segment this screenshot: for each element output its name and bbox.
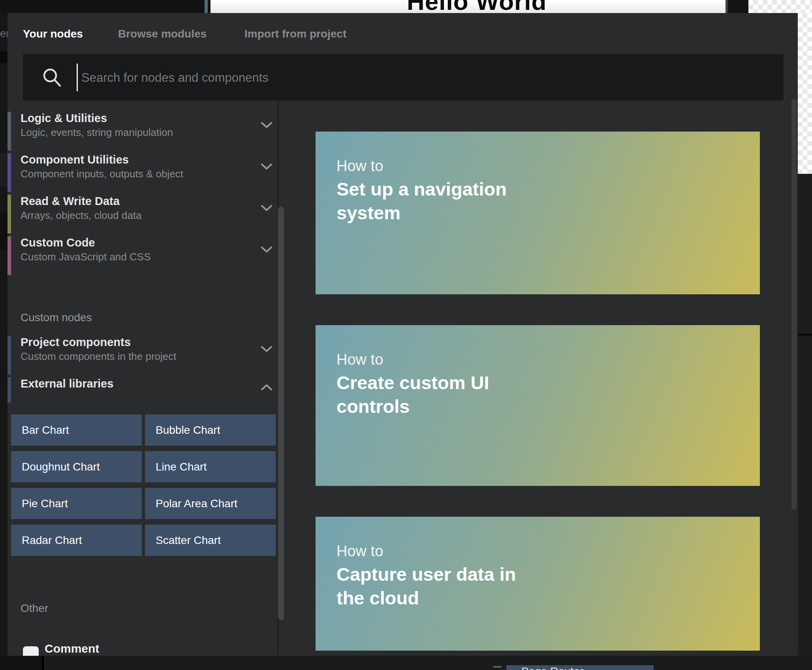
canvas-bottom-area <box>44 656 812 670</box>
chevron-down-icon <box>261 247 272 253</box>
card-title-line: system <box>336 202 400 224</box>
canvas-left-block <box>0 213 8 250</box>
card-title-line: Capture user data in <box>336 563 516 585</box>
card-eyebrow: How to <box>336 543 383 560</box>
search-bar[interactable] <box>23 54 784 100</box>
category-title: External libraries <box>21 377 113 390</box>
canvas-right-area <box>798 174 812 670</box>
text-caret <box>77 64 78 91</box>
canvas-horizontal-line <box>798 334 812 335</box>
category-subtitle: Custom JavaScript and CSS <box>21 251 150 263</box>
library-node-bar-chart[interactable]: Bar Chart <box>11 414 142 446</box>
category-color-strip <box>8 336 11 375</box>
preview-panel: Hello World <box>211 0 726 13</box>
category-subtitle: Arrays, objects, cloud data <box>21 209 141 222</box>
category-title: Project components <box>21 336 131 349</box>
page-router-node[interactable]: Page Router <box>506 665 654 670</box>
node-picker-dialog: Your nodes Browse modules Import from pr… <box>8 13 798 656</box>
comment-bubble-icon <box>23 646 39 656</box>
category-color-strip <box>8 153 11 192</box>
category-title: Read & Write Data <box>21 195 120 208</box>
canvas-top-left <box>0 0 205 13</box>
chevron-up-icon <box>261 384 272 391</box>
library-node-polar-area-chart[interactable]: Polar Area Chart <box>145 488 276 519</box>
library-node-scatter-chart[interactable]: Scatter Chart <box>145 525 276 556</box>
hello-world-heading: Hello World <box>407 0 726 13</box>
library-node-bubble-chart[interactable]: Bubble Chart <box>145 414 276 446</box>
category-row-read-write-data[interactable]: Read & Write Data Arrays, objects, cloud… <box>8 195 276 233</box>
tab-your-nodes[interactable]: Your nodes <box>23 28 83 40</box>
chevron-down-icon <box>261 122 272 128</box>
list-scrollbar-thumb[interactable] <box>278 207 284 620</box>
card-title-line: Set up a navigation <box>336 178 507 200</box>
search-input[interactable] <box>81 54 754 101</box>
canvas-teal-line <box>205 0 208 13</box>
canvas-black-panel <box>728 0 748 13</box>
chevron-down-icon <box>261 205 272 211</box>
comment-title: Comment <box>45 642 99 655</box>
category-color-strip <box>8 377 11 403</box>
clipped-node-label: er <box>0 28 8 40</box>
howto-card-navigation[interactable]: How to Set up a navigation system <box>316 132 760 294</box>
page-router-label: Page Router <box>521 665 583 670</box>
search-icon <box>42 67 62 89</box>
library-node-radar-chart[interactable]: Radar Chart <box>11 525 142 556</box>
node-row-comment[interactable]: Comment Place a comment in the node grap… <box>8 630 276 656</box>
category-subtitle: Component inputs, outputs & object <box>21 168 183 180</box>
category-title: Custom Code <box>21 236 95 249</box>
category-color-strip <box>8 112 11 151</box>
card-title-line: controls <box>336 395 410 417</box>
category-row-project-components[interactable]: Project components Custom components in … <box>8 336 276 375</box>
card-eyebrow: How to <box>336 351 383 368</box>
category-row-logic-utilities[interactable]: Logic & Utilities Logic, events, string … <box>8 112 276 151</box>
card-title-line: Create custom UI <box>336 372 489 393</box>
library-node-pie-chart[interactable]: Pie Chart <box>11 488 142 519</box>
connector-stub <box>493 666 502 668</box>
category-subtitle: Custom components in the project <box>21 350 177 363</box>
howto-card-custom-ui[interactable]: How to Create custom UI controls <box>316 325 760 486</box>
chevron-down-icon <box>261 346 272 352</box>
canvas-left-block <box>0 153 8 187</box>
category-row-external-libraries[interactable]: External libraries <box>8 377 276 403</box>
howto-card-user-data[interactable]: How to Capture user data in the cloud <box>316 517 760 651</box>
category-title: Component Utilities <box>21 153 129 166</box>
dialog-scrollbar-thumb[interactable] <box>791 99 797 510</box>
card-title-line: the cloud <box>336 587 419 609</box>
library-node-line-chart[interactable]: Line Chart <box>145 451 276 482</box>
category-title: Logic & Utilities <box>21 112 107 125</box>
category-subtitle: Logic, events, string manipulation <box>21 126 173 139</box>
chevron-down-icon <box>261 164 272 170</box>
section-header-custom-nodes: Custom nodes <box>21 311 92 324</box>
tab-browse-modules[interactable]: Browse modules <box>118 28 207 40</box>
section-header-other: Other <box>21 602 48 615</box>
library-node-doughnut-chart[interactable]: Doughnut Chart <box>11 451 142 482</box>
category-row-custom-code[interactable]: Custom Code Custom JavaScript and CSS <box>8 236 276 275</box>
category-color-strip <box>8 236 11 275</box>
canvas-bottom-left-block <box>0 656 42 670</box>
canvas-vertical-line <box>42 656 44 670</box>
category-color-strip <box>8 195 11 233</box>
canvas-left-block <box>0 51 8 63</box>
screen: Hello World testa er Page Router Your no… <box>0 0 812 670</box>
tab-import-from-project[interactable]: Import from project <box>244 28 346 40</box>
category-row-component-utilities[interactable]: Component Utilities Component inputs, ou… <box>8 153 276 192</box>
transparency-checker-right <box>798 13 812 174</box>
canvas-left-area: er <box>0 13 8 656</box>
card-eyebrow: How to <box>336 158 383 175</box>
transparency-checker-top: testa <box>748 0 812 13</box>
